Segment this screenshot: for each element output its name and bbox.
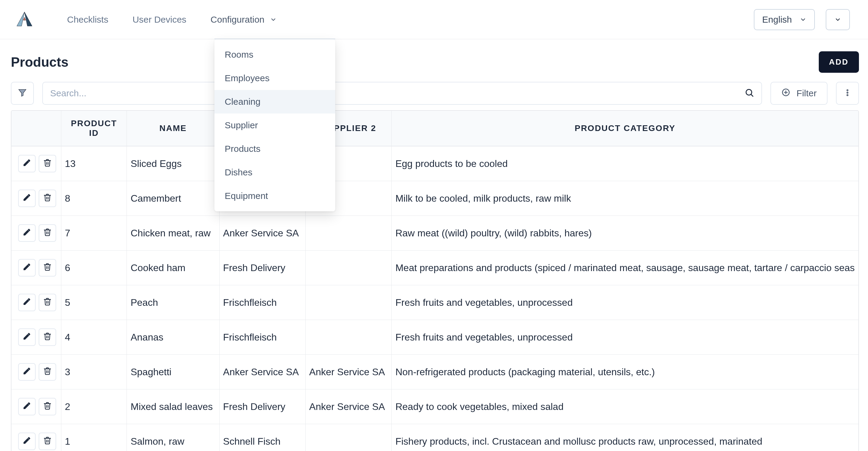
row-actions-cell [11,216,61,251]
col-name-header[interactable]: NAME [127,111,219,146]
nav-checklists[interactable]: Checklists [67,14,108,25]
category-cell: Egg products to be cooled [392,146,858,181]
edit-button[interactable] [18,155,36,172]
nav-items: Checklists User Devices Configuration [67,14,277,25]
account-dropdown[interactable] [826,9,850,30]
dropdown-item-dishes[interactable]: Dishes [214,161,335,184]
language-select[interactable]: English [754,9,815,30]
filter-button-label: Filter [797,88,817,98]
dropdown-item-rooms[interactable]: Rooms [214,43,335,66]
row-actions-cell [11,251,61,285]
dropdown-item-products[interactable]: Products [214,137,335,161]
search-icon [744,88,754,99]
delete-button[interactable] [39,432,56,450]
edit-button[interactable] [18,363,36,381]
search-box [42,82,762,105]
nav-configuration-label: Configuration [211,14,264,25]
delete-button[interactable] [39,224,56,242]
dropdown-item-cleaning[interactable]: Cleaning [214,90,335,114]
supplier1-cell: Fresh Delivery [219,389,305,424]
supplier2-cell [305,251,392,285]
category-cell: Milk to be cooled, milk products, raw mi… [392,181,858,216]
table-row: 6Cooked hamFresh DeliveryMeat preparatio… [11,251,858,285]
name-cell: Spaghetti [127,355,219,389]
name-cell: Cooked ham [127,251,219,285]
chevron-down-icon [800,16,806,23]
supplier2-cell [305,424,392,451]
table-header-row: PRODUCT ID NAME SUPPLIER 2 PRODUCT CATEG… [11,111,858,146]
row-actions-cell [11,355,61,389]
table-row: 4AnanasFrischfleischFresh fruits and veg… [11,320,858,355]
nav-user-devices[interactable]: User Devices [132,14,186,25]
edit-button[interactable] [18,294,36,311]
table-row: 3SpaghettiAnker Service SAAnker Service … [11,355,858,389]
col-actions-header [11,111,61,146]
page-title: Products [11,55,68,70]
edit-button[interactable] [18,190,36,207]
svg-point-9 [847,92,848,94]
col-category-header[interactable]: PRODUCT CATEGORY [392,111,858,146]
svg-point-8 [847,90,848,91]
toolbar: Filter [9,82,868,110]
supplier2-cell [305,320,392,355]
nav-configuration[interactable]: Configuration [211,14,276,25]
product-id-cell: 8 [61,181,127,216]
dropdown-item-employees[interactable]: Employees [214,66,335,90]
supplier2-cell [305,285,392,320]
row-actions-cell [11,389,61,424]
product-id-cell: 7 [61,216,127,251]
supplier2-cell: Anker Service SA [305,355,392,389]
edit-button[interactable] [18,259,36,277]
dropdown-item-equipment[interactable]: Equipment [214,184,335,208]
product-id-cell: 4 [61,320,127,355]
edit-button[interactable] [18,398,36,415]
filter-funnel-button[interactable] [11,82,34,105]
category-cell: Fresh fruits and vegetables, unprocessed [392,320,858,355]
pencil-icon [23,332,31,343]
delete-button[interactable] [39,398,56,415]
table-row: 2Mixed salad leavesFresh DeliveryAnker S… [11,389,858,424]
pencil-icon [23,366,31,378]
supplier1-cell: Anker Service SA [219,216,305,251]
supplier1-cell: Fresh Delivery [219,251,305,285]
category-cell: Non-refrigerated products (packaging mat… [392,355,858,389]
delete-button[interactable] [39,363,56,381]
col-product-id-header[interactable]: PRODUCT ID [61,111,127,146]
name-cell: Chicken meat, raw [127,216,219,251]
svg-line-4 [751,95,753,96]
kebab-menu-button[interactable] [836,82,859,105]
edit-button[interactable] [18,224,36,242]
product-id-cell: 2 [61,389,127,424]
delete-button[interactable] [39,328,56,346]
name-cell: Sliced Eggs [127,146,219,181]
category-cell: Fresh fruits and vegetables, unprocessed [392,285,858,320]
trash-icon [43,228,52,239]
table-row: 13Sliced EggsEgg products to be cooled [11,146,858,181]
product-id-cell: 5 [61,285,127,320]
supplier2-cell [305,216,392,251]
trash-icon [43,297,52,308]
delete-button[interactable] [39,294,56,311]
table-row: 5PeachFrischfleischFresh fruits and vege… [11,285,858,320]
pencil-icon [23,262,31,273]
svg-marker-0 [25,12,32,26]
delete-button[interactable] [39,190,56,207]
name-cell: Camembert [127,181,219,216]
dropdown-item-supplier[interactable]: Supplier [214,114,335,137]
name-cell: Peach [127,285,219,320]
trash-icon [43,436,52,447]
edit-button[interactable] [18,328,36,346]
delete-button[interactable] [39,155,56,172]
language-label: English [762,14,792,25]
add-button[interactable]: ADD [819,51,859,73]
svg-point-10 [847,95,848,96]
edit-button[interactable] [18,432,36,450]
products-table: PRODUCT ID NAME SUPPLIER 2 PRODUCT CATEG… [11,110,859,451]
search-input[interactable] [50,88,739,98]
funnel-icon [18,88,27,99]
configuration-dropdown: RoomsEmployeesCleaningSupplierProductsDi… [214,39,335,211]
filter-button[interactable]: Filter [770,82,828,105]
delete-button[interactable] [39,259,56,277]
product-id-cell: 1 [61,424,127,451]
row-actions-cell [11,320,61,355]
